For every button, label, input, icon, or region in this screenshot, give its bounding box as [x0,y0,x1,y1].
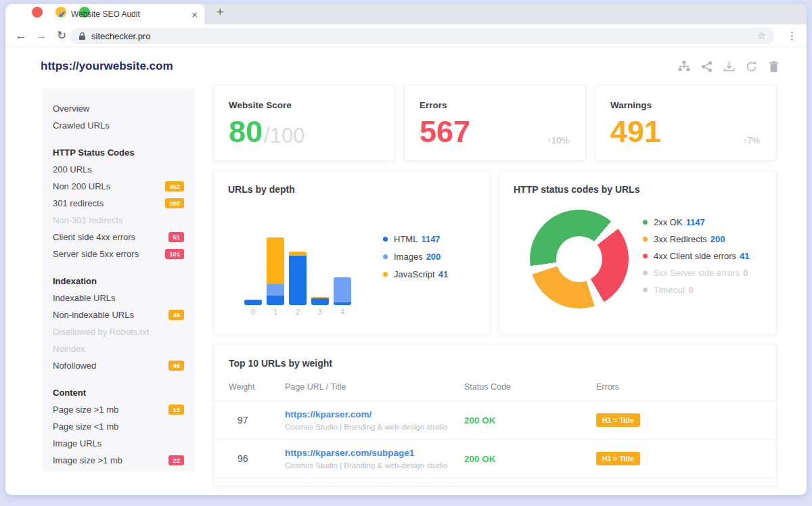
sidebar-item-disallowed-by-robots-txt[interactable]: Disallowed by Robots.txt [53,323,184,340]
table-header-page-url-title: Page URL / Title [285,382,464,392]
stat-label: Warnings [610,100,761,110]
bar-x-label: 2 [289,308,307,316]
dashboard-page: https://yourwebsite.com Overvie [5,47,807,495]
sidebar-item-client-side-4xx-errors[interactable]: Client side 4xx errors51 [53,229,184,246]
sidebar-item-page-size-1-mb[interactable]: Page size >1 mb13 [53,401,184,418]
cell-url: https://kparser.com/subpage1Cosmos Studi… [285,448,464,469]
sidebar-item-indexable-urls[interactable]: Indexable URLs [53,290,184,306]
url-text: sitechecker.pro [91,31,757,41]
sidebar-item-image-urls[interactable]: Image URLs [53,435,184,452]
legend-item-timeout[interactable]: Timeout0 [643,285,750,295]
tab-title: Website SEO Audit [71,9,183,19]
sidebar-item-label: Disallowed by Robots.txt [53,327,149,337]
sidebar-item-label: Indexable URLs [53,293,116,303]
sidebar-item-301-redirects[interactable]: 301 redirects200 [53,195,184,212]
sidebar-group-title: Indexation [53,273,184,290]
sidebar-item-non-indexable-urls[interactable]: Non-indexable URLs46 [53,306,184,323]
bar-depth-1[interactable] [267,237,284,305]
sidebar-item-page-size-1-mb[interactable]: Page size <1 mb [53,418,184,435]
bar-depth-3[interactable] [311,297,329,305]
legend-label: 2xx OK [654,217,683,227]
legend-item-html[interactable]: HTML1147 [383,234,448,244]
legend-item-4xx-client-side-errors[interactable]: 4xx Client side errors41 [643,251,750,261]
bar-segment-html [289,256,307,305]
table-row: 97https://kparser.com/Cosmos Studio | Br… [214,401,776,440]
sidebar-item-label: Overview [53,104,89,114]
bar-depth-4[interactable] [334,277,351,305]
error-badge[interactable]: H1 = Title [596,413,640,427]
bar-chart-title: URLs by depth [228,184,295,195]
count-badge: 46 [168,361,184,371]
browser-menu-icon[interactable]: ⋮ [787,30,797,42]
sidebar-item-label: Image size >1 mb [53,455,122,465]
legend-value: 200 [426,252,441,262]
tab-close-icon[interactable]: × [189,9,200,20]
legend-item-javascript[interactable]: JavaScript41 [383,269,448,279]
sidebar-item-label: 200 URLs [53,164,92,175]
status-donut-chart [530,210,629,308]
page-title-subtext: Cosmos Studio | Branding & web-design st… [285,423,464,431]
forward-button[interactable]: → [31,29,51,43]
bar-x-label: 1 [267,308,284,316]
sidebar-item-server-side-5xx-errors[interactable]: Server side 5xx errors101 [53,246,184,262]
sidebar-item-label: Image URLs [53,438,102,448]
sidebar-item-200-urls[interactable]: 200 URLs [53,161,184,178]
bar-x-label: 4 [334,308,351,316]
sitechecker-favicon-icon: ✔ [58,10,66,19]
urls-by-depth-card: URLs by depth 01234 HTML1147Images200Jav… [213,170,491,335]
audited-site-url: https://yourwebsite.com [41,60,173,73]
close-window-button[interactable] [32,7,43,18]
share-icon[interactable] [700,60,713,72]
reload-button[interactable]: ↻ [51,28,72,43]
main-panel: Website Score80/100Errors567↑10%Warnings… [213,85,777,487]
legend-value: 1147 [686,217,705,227]
sidebar-item-image-size-1-mb[interactable]: Image size >1 mb22 [53,452,184,469]
legend-value: 200 [710,234,725,244]
page-url-link[interactable]: https://kparser.com/ [285,409,464,419]
sitemap-icon[interactable] [678,60,690,72]
sidebar-item-label: Page size <1 mb [53,421,118,432]
sidebar-item-label: Nofollowed [53,361,96,371]
legend-label: 4xx Client side errors [654,251,736,261]
count-badge: 200 [165,198,184,208]
sidebar-item-non-200-urls[interactable]: Non 200 URLs352 [53,178,184,195]
sidebar-item-non-301-redirects[interactable]: Non-301 redirects [53,212,184,229]
sidebar-item-overview[interactable]: Overview [53,100,184,117]
sidebar-group-title: HTTP Status Codes [53,144,184,161]
table-title: Top 10 URLs by weight [214,344,776,369]
count-badge: 46 [168,310,184,320]
legend-label: Timeout [654,285,685,295]
page-url-link[interactable]: https://kparser.com/subpage1 [285,448,464,458]
back-button[interactable]: ← [11,29,31,43]
count-badge: 51 [168,232,184,242]
sidebar-item-noindex[interactable]: Noindex [53,340,184,357]
refresh-icon[interactable] [745,60,757,72]
address-bar[interactable]: sitechecker.pro ☆ [70,28,774,44]
sidebar-group: HTTP Status Codes200 URLsNon 200 URLs352… [53,144,184,262]
sidebar-item-label: Client side 4xx errors [53,232,135,242]
bar-depth-0[interactable] [244,300,262,305]
download-icon[interactable] [723,60,735,72]
stat-label: Errors [420,100,570,110]
bar-segment-javascript [267,237,284,284]
tab-body[interactable]: ✔ Website SEO Audit × [58,4,200,24]
legend-label: JavaScript [394,269,435,279]
legend-dot-icon [643,271,648,275]
cell-status-code: 200 OK [464,454,596,464]
legend-item-2xx-ok[interactable]: 2xx OK1147 [643,217,750,227]
sidebar-item-nofollowed[interactable]: Nofollowed46 [53,357,184,374]
legend-item-images[interactable]: Images200 [383,252,448,262]
legend-dot-icon [643,254,648,258]
legend-value: 41 [740,251,749,261]
new-tab-button[interactable]: + [217,5,224,20]
bookmark-star-icon[interactable]: ☆ [757,30,766,42]
legend-item-3xx-redirects[interactable]: 3xx Redirects200 [643,234,750,244]
legend-item-5xx-server-side-errors[interactable]: 5xx Server side errors0 [643,268,750,278]
cell-errors: H1 = Title [596,452,761,465]
table-row: 96https://kparser.com/subpage1Cosmos Stu… [214,440,776,478]
error-badge[interactable]: H1 = Title [596,452,640,465]
bar-depth-2[interactable] [289,252,307,305]
count-badge: 13 [168,405,184,415]
sidebar-item-crawled-urls[interactable]: Crawled URLs [53,117,184,134]
trash-icon[interactable] [767,60,780,72]
